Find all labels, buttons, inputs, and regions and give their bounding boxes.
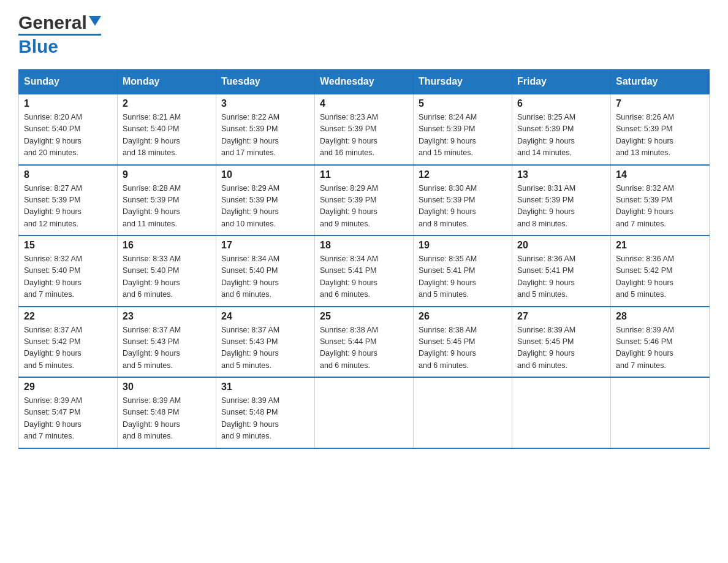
- day-info: Sunrise: 8:39 AMSunset: 5:46 PMDaylight:…: [616, 326, 674, 370]
- calendar-cell: 16 Sunrise: 8:33 AMSunset: 5:40 PMDaylig…: [118, 236, 216, 307]
- calendar-week-row: 15 Sunrise: 8:32 AMSunset: 5:40 PMDaylig…: [19, 236, 710, 307]
- calendar-cell: 28 Sunrise: 8:39 AMSunset: 5:46 PMDaylig…: [611, 307, 710, 378]
- calendar-cell: 11 Sunrise: 8:29 AMSunset: 5:39 PMDaylig…: [315, 165, 414, 236]
- day-number: 6: [517, 98, 605, 109]
- calendar-cell: 17 Sunrise: 8:34 AMSunset: 5:40 PMDaylig…: [216, 236, 315, 307]
- calendar-cell: 2 Sunrise: 8:21 AMSunset: 5:40 PMDayligh…: [118, 94, 216, 165]
- day-info: Sunrise: 8:38 AMSunset: 5:44 PMDaylight:…: [320, 326, 378, 370]
- day-info: Sunrise: 8:39 AMSunset: 5:48 PMDaylight:…: [123, 396, 181, 440]
- weekday-header: Monday: [118, 70, 216, 94]
- day-info: Sunrise: 8:28 AMSunset: 5:39 PMDaylight:…: [123, 184, 181, 228]
- calendar-cell: 1 Sunrise: 8:20 AMSunset: 5:40 PMDayligh…: [19, 94, 118, 165]
- day-number: 28: [616, 311, 704, 322]
- calendar-cell: 30 Sunrise: 8:39 AMSunset: 5:48 PMDaylig…: [118, 377, 216, 448]
- calendar-cell: 4 Sunrise: 8:23 AMSunset: 5:39 PMDayligh…: [315, 94, 414, 165]
- day-info: Sunrise: 8:37 AMSunset: 5:43 PMDaylight:…: [123, 326, 181, 370]
- calendar-cell: 14 Sunrise: 8:32 AMSunset: 5:39 PMDaylig…: [611, 165, 710, 236]
- calendar-cell: 31 Sunrise: 8:39 AMSunset: 5:48 PMDaylig…: [216, 377, 315, 448]
- calendar-cell: 22 Sunrise: 8:37 AMSunset: 5:42 PMDaylig…: [19, 307, 118, 378]
- day-number: 16: [123, 240, 211, 251]
- day-info: Sunrise: 8:26 AMSunset: 5:39 PMDaylight:…: [616, 113, 674, 157]
- calendar-week-row: 8 Sunrise: 8:27 AMSunset: 5:39 PMDayligh…: [19, 165, 710, 236]
- svg-marker-0: [89, 16, 101, 26]
- day-info: Sunrise: 8:39 AMSunset: 5:47 PMDaylight:…: [24, 396, 82, 440]
- calendar-cell: [414, 377, 512, 448]
- day-number: 11: [320, 169, 408, 180]
- calendar-table: SundayMondayTuesdayWednesdayThursdayFrid…: [18, 69, 710, 449]
- weekday-header-row: SundayMondayTuesdayWednesdayThursdayFrid…: [19, 70, 710, 94]
- day-info: Sunrise: 8:37 AMSunset: 5:43 PMDaylight:…: [221, 326, 279, 370]
- day-number: 31: [221, 381, 309, 393]
- day-number: 12: [419, 169, 507, 180]
- weekday-header: Thursday: [414, 70, 512, 94]
- logo-general-text: General: [18, 12, 87, 33]
- day-info: Sunrise: 8:20 AMSunset: 5:40 PMDaylight:…: [24, 113, 82, 157]
- day-number: 30: [123, 381, 211, 393]
- day-info: Sunrise: 8:23 AMSunset: 5:39 PMDaylight:…: [320, 113, 378, 157]
- calendar-cell: 8 Sunrise: 8:27 AMSunset: 5:39 PMDayligh…: [19, 165, 118, 236]
- weekday-header: Tuesday: [216, 70, 315, 94]
- calendar-cell: 5 Sunrise: 8:24 AMSunset: 5:39 PMDayligh…: [414, 94, 512, 165]
- weekday-header: Sunday: [19, 70, 118, 94]
- calendar-cell: 3 Sunrise: 8:22 AMSunset: 5:39 PMDayligh…: [216, 94, 315, 165]
- calendar-week-row: 22 Sunrise: 8:37 AMSunset: 5:42 PMDaylig…: [19, 307, 710, 378]
- day-number: 21: [616, 240, 704, 251]
- day-number: 29: [24, 381, 112, 393]
- day-info: Sunrise: 8:35 AMSunset: 5:41 PMDaylight:…: [419, 255, 477, 299]
- day-number: 17: [221, 240, 309, 251]
- day-number: 1: [24, 98, 112, 109]
- calendar-week-row: 1 Sunrise: 8:20 AMSunset: 5:40 PMDayligh…: [19, 94, 710, 165]
- day-number: 19: [419, 240, 507, 251]
- calendar-cell: [512, 377, 611, 448]
- day-info: Sunrise: 8:27 AMSunset: 5:39 PMDaylight:…: [24, 184, 82, 228]
- day-number: 18: [320, 240, 408, 251]
- day-info: Sunrise: 8:37 AMSunset: 5:42 PMDaylight:…: [24, 326, 82, 370]
- day-info: Sunrise: 8:22 AMSunset: 5:39 PMDaylight:…: [221, 113, 279, 157]
- calendar-cell: 18 Sunrise: 8:34 AMSunset: 5:41 PMDaylig…: [315, 236, 414, 307]
- day-number: 20: [517, 240, 605, 251]
- calendar-cell: 6 Sunrise: 8:25 AMSunset: 5:39 PMDayligh…: [512, 94, 611, 165]
- calendar-cell: 21 Sunrise: 8:36 AMSunset: 5:42 PMDaylig…: [611, 236, 710, 307]
- day-number: 10: [221, 169, 309, 180]
- day-info: Sunrise: 8:31 AMSunset: 5:39 PMDaylight:…: [517, 184, 575, 228]
- calendar-cell: 26 Sunrise: 8:38 AMSunset: 5:45 PMDaylig…: [414, 307, 512, 378]
- weekday-header: Wednesday: [315, 70, 414, 94]
- day-number: 5: [419, 98, 507, 109]
- day-number: 9: [123, 169, 211, 180]
- calendar-cell: 15 Sunrise: 8:32 AMSunset: 5:40 PMDaylig…: [19, 236, 118, 307]
- calendar-cell: 27 Sunrise: 8:39 AMSunset: 5:45 PMDaylig…: [512, 307, 611, 378]
- day-number: 4: [320, 98, 408, 109]
- day-number: 7: [616, 98, 704, 109]
- day-info: Sunrise: 8:25 AMSunset: 5:39 PMDaylight:…: [517, 113, 575, 157]
- calendar-cell: 7 Sunrise: 8:26 AMSunset: 5:39 PMDayligh…: [611, 94, 710, 165]
- day-info: Sunrise: 8:30 AMSunset: 5:39 PMDaylight:…: [419, 184, 477, 228]
- calendar-cell: 13 Sunrise: 8:31 AMSunset: 5:39 PMDaylig…: [512, 165, 611, 236]
- weekday-header: Friday: [512, 70, 611, 94]
- day-number: 22: [24, 311, 112, 322]
- weekday-header: Saturday: [611, 70, 710, 94]
- day-number: 23: [123, 311, 211, 322]
- page-header: General Blue: [18, 12, 710, 57]
- day-info: Sunrise: 8:24 AMSunset: 5:39 PMDaylight:…: [419, 113, 477, 157]
- calendar-cell: 23 Sunrise: 8:37 AMSunset: 5:43 PMDaylig…: [118, 307, 216, 378]
- calendar-cell: [611, 377, 710, 448]
- logo-blue-text: Blue: [18, 36, 58, 57]
- day-info: Sunrise: 8:29 AMSunset: 5:39 PMDaylight:…: [320, 184, 378, 228]
- day-info: Sunrise: 8:34 AMSunset: 5:41 PMDaylight:…: [320, 255, 378, 299]
- calendar-cell: 12 Sunrise: 8:30 AMSunset: 5:39 PMDaylig…: [414, 165, 512, 236]
- day-number: 3: [221, 98, 309, 109]
- day-info: Sunrise: 8:36 AMSunset: 5:41 PMDaylight:…: [517, 255, 575, 299]
- day-info: Sunrise: 8:39 AMSunset: 5:45 PMDaylight:…: [517, 326, 575, 370]
- day-number: 15: [24, 240, 112, 251]
- day-info: Sunrise: 8:33 AMSunset: 5:40 PMDaylight:…: [123, 255, 181, 299]
- day-info: Sunrise: 8:38 AMSunset: 5:45 PMDaylight:…: [419, 326, 477, 370]
- calendar-cell: [315, 377, 414, 448]
- day-number: 24: [221, 311, 309, 322]
- calendar-cell: 10 Sunrise: 8:29 AMSunset: 5:39 PMDaylig…: [216, 165, 315, 236]
- calendar-cell: 25 Sunrise: 8:38 AMSunset: 5:44 PMDaylig…: [315, 307, 414, 378]
- day-info: Sunrise: 8:21 AMSunset: 5:40 PMDaylight:…: [123, 113, 181, 157]
- calendar-cell: 20 Sunrise: 8:36 AMSunset: 5:41 PMDaylig…: [512, 236, 611, 307]
- day-number: 13: [517, 169, 605, 180]
- calendar-cell: 29 Sunrise: 8:39 AMSunset: 5:47 PMDaylig…: [19, 377, 118, 448]
- day-info: Sunrise: 8:32 AMSunset: 5:39 PMDaylight:…: [616, 184, 674, 228]
